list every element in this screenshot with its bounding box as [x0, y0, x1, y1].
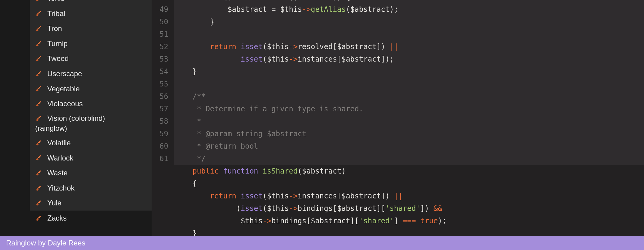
gutter-line: 52 — [152, 41, 168, 53]
theme-item[interactable]: Volatile — [30, 135, 152, 150]
paintbrush-icon — [35, 115, 42, 122]
theme-item[interactable]: Yule — [30, 195, 152, 211]
theme-label: Tribal — [47, 8, 65, 19]
status-bar: Rainglow by Dayle Rees — [0, 236, 644, 250]
theme-label: Tron — [47, 23, 62, 34]
paintbrush-icon — [35, 154, 42, 161]
code-line[interactable]: * Determine if a given type is shared. — [174, 103, 644, 115]
code-line[interactable]: return isset($this->resolved[$abstract])… — [174, 41, 644, 53]
theme-list: TonicTribalTronTurnipTweedUserscapeVeget… — [30, 0, 152, 226]
gutter-line: 55 — [152, 78, 168, 90]
gutter-line: 54 — [152, 66, 168, 78]
theme-item[interactable]: Tribal — [30, 6, 152, 21]
gutter-line: 51 — [152, 28, 168, 41]
theme-item[interactable]: Tonic — [30, 0, 152, 6]
code-line[interactable] — [174, 28, 644, 41]
code-line[interactable]: $this->bindings[$abstract]['shared'] ===… — [174, 215, 644, 227]
theme-label: Tonic — [47, 0, 64, 4]
gutter-line — [152, 190, 168, 202]
theme-label: Yule — [47, 198, 62, 208]
status-text: Rainglow by Dayle Rees — [6, 239, 85, 247]
code-line[interactable]: if ($this->isAlias($abstract)) { — [174, 0, 644, 3]
gutter-line: 53 — [152, 53, 168, 66]
code-line[interactable] — [174, 78, 644, 90]
code-line[interactable]: /** — [174, 90, 644, 103]
paintbrush-icon — [35, 25, 42, 32]
theme-item[interactable]: Userscape — [30, 66, 152, 81]
theme-item[interactable]: Turnip — [30, 36, 152, 51]
theme-label: Waste — [47, 168, 68, 178]
main: TonicTribalTronTurnipTweedUserscapeVeget… — [0, 0, 644, 236]
paintbrush-icon — [35, 85, 42, 92]
code-line[interactable]: */ — [174, 153, 644, 165]
gutter-line: 61 — [152, 153, 168, 165]
line-gutter: 4849505152535455565758596061 — [152, 0, 174, 236]
paintbrush-icon — [35, 70, 42, 77]
theme-label: Violaceous — [47, 99, 83, 109]
paintbrush-icon — [35, 170, 42, 176]
paintbrush-icon — [35, 0, 42, 2]
theme-label: Yitzchok — [47, 183, 75, 193]
gutter-line: 48 — [152, 0, 168, 3]
code-area[interactable]: if ($this->isAlias($abstract)) { $abstra… — [174, 0, 644, 236]
paintbrush-icon — [35, 140, 42, 146]
code-line[interactable]: } — [174, 16, 644, 28]
gutter-line — [152, 215, 168, 227]
theme-item[interactable]: Violaceous — [30, 96, 152, 111]
sidebar-spacer — [30, 226, 152, 236]
paintbrush-icon — [35, 55, 42, 62]
code-line[interactable]: $abstract = $this->getAlias($abstract); — [174, 3, 644, 16]
gutter-line: 56 — [152, 90, 168, 103]
paintbrush-icon — [35, 200, 42, 206]
theme-label: Vegetable — [47, 84, 80, 94]
code-line[interactable]: public function isShared($abstract) — [174, 165, 644, 177]
code-line[interactable]: * @return bool — [174, 140, 644, 153]
theme-item[interactable]: Vision (colorblind)(rainglow) — [30, 111, 152, 135]
code-line[interactable]: isset($this->instances[$abstract]); — [174, 53, 644, 66]
gutter-line: 57 — [152, 103, 168, 115]
theme-label: Volatile — [47, 138, 71, 148]
paintbrush-icon — [35, 185, 42, 191]
code-line[interactable]: (isset($this->bindings[$abstract]['share… — [174, 202, 644, 215]
paintbrush-icon — [35, 10, 42, 17]
gutter-line: 59 — [152, 128, 168, 140]
theme-item[interactable]: Tweed — [30, 51, 152, 66]
gutter-line: 50 — [152, 16, 168, 28]
gutter-line: 58 — [152, 115, 168, 128]
theme-item[interactable]: Zacks — [30, 211, 152, 226]
code-line[interactable]: } — [174, 66, 644, 78]
theme-label: Turnip — [47, 39, 68, 49]
theme-label: Tweed — [47, 53, 69, 64]
gutter-line — [152, 227, 168, 236]
theme-label: Zacks — [47, 213, 67, 223]
gutter-line — [152, 165, 168, 177]
code-line[interactable]: } — [174, 227, 644, 236]
theme-label: Vision (colorblind) — [47, 113, 105, 123]
code-line[interactable]: * @param string $abstract — [174, 128, 644, 140]
gutter-line: 49 — [152, 3, 168, 16]
gutter-line: 60 — [152, 140, 168, 153]
gutter-line — [152, 177, 168, 190]
theme-sublabel: (rainglow) — [35, 123, 146, 133]
theme-item[interactable]: Tron — [30, 21, 152, 36]
theme-item[interactable]: Vegetable — [30, 81, 152, 96]
theme-label: Userscape — [47, 69, 82, 79]
code-line[interactable]: return isset($this->instances[$abstract]… — [174, 190, 644, 202]
theme-label: Warlock — [47, 153, 73, 163]
theme-item[interactable]: Warlock — [30, 150, 152, 166]
app-root: TonicTribalTronTurnipTweedUserscapeVeget… — [0, 0, 644, 250]
theme-item[interactable]: Waste — [30, 165, 152, 181]
theme-item[interactable]: Yitzchok — [30, 181, 152, 196]
theme-sidebar[interactable]: TonicTribalTronTurnipTweedUserscapeVeget… — [0, 0, 152, 236]
gutter-line — [152, 202, 168, 215]
code-line[interactable]: * — [174, 115, 644, 128]
code-editor[interactable]: 4849505152535455565758596061 if ($this->… — [152, 0, 644, 236]
paintbrush-icon — [35, 100, 42, 107]
paintbrush-icon — [35, 40, 42, 47]
paintbrush-icon — [35, 215, 42, 221]
code-line[interactable]: { — [174, 177, 644, 190]
